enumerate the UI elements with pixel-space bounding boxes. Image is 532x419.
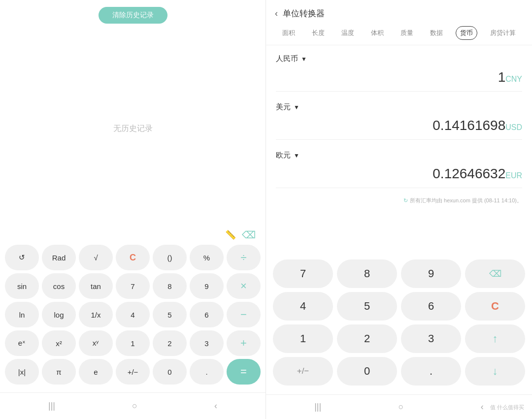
top-bar: 清除历史记录 [0, 0, 266, 29]
tab-temperature[interactable]: 温度 [337, 26, 358, 40]
eur-value: 0.12646632EUR [276, 164, 522, 188]
r-backspace-button[interactable]: ⌫ [465, 259, 525, 288]
cny-dropdown-icon: ▼ [301, 56, 307, 63]
num-row-4: +/− 0 . ↓ [273, 357, 525, 386]
cos-button[interactable]: cos [42, 273, 76, 299]
cny-value: 1CNY [276, 67, 522, 92]
nav-home-button[interactable]: ○ [122, 399, 147, 413]
calc-display-row: 📏 ⌫ [0, 229, 266, 241]
undo-button[interactable]: ↺ [5, 245, 39, 270]
rate-info: ↻ 所有汇率均由 hexun.com 提供 (08-11 14:10)。 [276, 195, 522, 210]
r-sign-button[interactable]: +/− [273, 357, 333, 386]
multiply-button[interactable]: × [227, 273, 261, 299]
watermark: 值 什么值得买 [490, 404, 524, 411]
log-button[interactable]: log [42, 302, 76, 327]
num7-button[interactable]: 7 [116, 273, 150, 299]
plus-button[interactable]: + [227, 330, 261, 356]
num8-button[interactable]: 8 [153, 273, 187, 299]
back-icon[interactable]: ‹ [275, 8, 278, 19]
r-nav-home-button[interactable]: ○ [389, 400, 414, 414]
rad-button[interactable]: Rad [42, 245, 76, 270]
sci-row-4: eˣ x² xʸ 1 2 3 + [5, 330, 261, 356]
r-num3-button[interactable]: 3 [401, 324, 461, 353]
usd-value: 0.14161698USD [276, 116, 522, 140]
rate-info-text: 所有汇率均由 hexun.com 提供 (08-11 14:10)。 [410, 197, 522, 204]
usd-selector[interactable]: 美元 ▼ [276, 98, 522, 116]
paren-button[interactable]: () [153, 245, 187, 270]
tan-button[interactable]: tan [79, 273, 113, 299]
sin-button[interactable]: sin [5, 273, 39, 299]
sqrt-button[interactable]: √ [79, 245, 113, 270]
usd-unit: USD [505, 123, 522, 131]
history-area: 无历史记录 [0, 29, 266, 229]
ln-button[interactable]: ln [5, 302, 39, 327]
usd-label: 美元 [276, 102, 291, 112]
pi-button[interactable]: π [42, 359, 76, 385]
r-up-button[interactable]: ↑ [465, 324, 525, 353]
r-nav-menu-button[interactable]: ||| [304, 400, 331, 414]
usd-dropdown-icon: ▼ [294, 104, 299, 111]
num-row-1: 7 8 9 ⌫ [273, 259, 525, 288]
num5-button[interactable]: 5 [153, 302, 187, 327]
num1-button[interactable]: 1 [116, 330, 150, 356]
abs-button[interactable]: |x| [5, 359, 39, 385]
nav-menu-button[interactable]: ||| [38, 399, 65, 413]
tab-length[interactable]: 长度 [308, 26, 329, 40]
cny-row: 人民币 ▼ 1CNY [276, 50, 522, 96]
minus-button[interactable]: − [227, 302, 261, 327]
refresh-icon: ↻ [403, 197, 408, 204]
r-num8-button[interactable]: 8 [337, 259, 397, 288]
no-history-text: 无历史记录 [113, 124, 153, 134]
num9-button[interactable]: 9 [190, 273, 224, 299]
left-panel: 清除历史记录 无历史记录 📏 ⌫ ↺ Rad √ C () % ÷ sin co… [0, 0, 266, 419]
r-clear-button[interactable]: C [465, 292, 525, 321]
r-num4-button[interactable]: 4 [273, 292, 333, 321]
backspace-icon[interactable]: ⌫ [242, 229, 256, 241]
exp-button[interactable]: eˣ [5, 330, 39, 356]
eur-unit: EUR [505, 171, 522, 180]
tab-area[interactable]: 面积 [278, 26, 299, 40]
eur-label: 欧元 [276, 151, 291, 160]
r-num2-button[interactable]: 2 [337, 324, 397, 353]
divide-button[interactable]: ÷ [227, 245, 261, 270]
r-num0-button[interactable]: 0 [337, 357, 397, 386]
tab-currency[interactable]: 货币 [456, 26, 477, 40]
square-button[interactable]: x² [42, 330, 76, 356]
sci-row-5: |x| π e +/− 0 . = [5, 359, 261, 385]
tab-mass[interactable]: 质量 [397, 26, 417, 40]
r-down-button[interactable]: ↓ [465, 357, 525, 386]
eur-dropdown-icon: ▼ [294, 152, 299, 159]
power-button[interactable]: xʸ [79, 330, 113, 356]
tab-data[interactable]: 数据 [426, 26, 447, 40]
num6-button[interactable]: 6 [190, 302, 224, 327]
r-num6-button[interactable]: 6 [401, 292, 461, 321]
cny-selector[interactable]: 人民币 ▼ [276, 50, 522, 67]
sign-button[interactable]: +/− [116, 359, 150, 385]
clear-history-button[interactable]: 清除历史记录 [99, 7, 167, 24]
r-num9-button[interactable]: 9 [401, 259, 461, 288]
usd-number: 0.14161698 [432, 118, 505, 133]
tab-volume[interactable]: 体积 [367, 26, 388, 40]
num4-button[interactable]: 4 [116, 302, 150, 327]
r-num1-button[interactable]: 1 [273, 324, 333, 353]
nav-back-button[interactable]: ‹ [204, 399, 227, 413]
clear-button[interactable]: C [116, 245, 150, 270]
left-bottom-nav: ||| ○ ‹ [0, 392, 266, 419]
reciprocal-button[interactable]: 1/x [79, 302, 113, 327]
euler-button[interactable]: e [79, 359, 113, 385]
cny-unit: CNY [505, 75, 522, 83]
tab-mortgage[interactable]: 房贷计算 [486, 26, 520, 40]
percent-button[interactable]: % [190, 245, 224, 270]
r-dot-button[interactable]: . [401, 357, 461, 386]
equals-button[interactable]: = [227, 359, 261, 385]
eur-selector[interactable]: 欧元 ▼ [276, 147, 522, 164]
r-num7-button[interactable]: 7 [273, 259, 333, 288]
dot-button[interactable]: . [190, 359, 224, 385]
ruler-icon: 📏 [225, 229, 236, 240]
r-num5-button[interactable]: 5 [337, 292, 397, 321]
num0-button[interactable]: 0 [153, 359, 187, 385]
num2-button[interactable]: 2 [153, 330, 187, 356]
num3-button[interactable]: 3 [190, 330, 224, 356]
eur-row: 欧元 ▼ 0.12646632EUR [276, 147, 522, 192]
sci-row-3: ln log 1/x 4 5 6 − [5, 302, 261, 327]
